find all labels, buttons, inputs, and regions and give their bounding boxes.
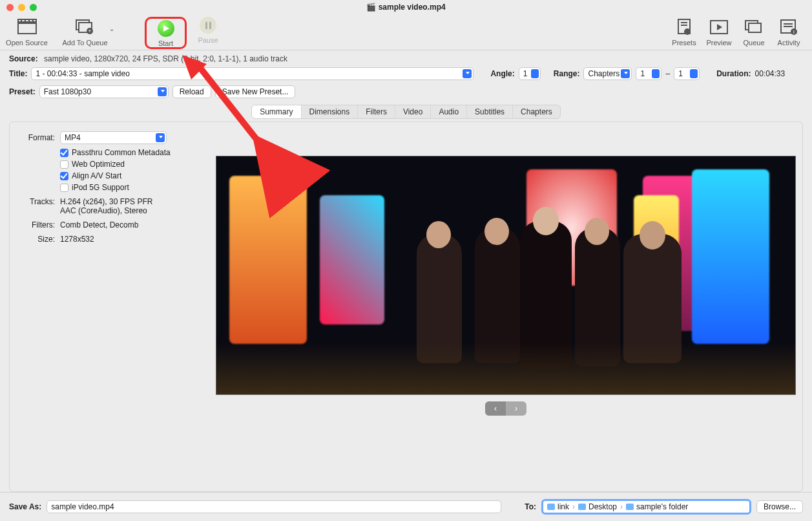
filters-label: Filters: (16, 220, 55, 229)
svg-text:i: i (793, 29, 795, 35)
bottom-bar: Save As: sample video.mp4 To: link › Des… (0, 492, 812, 521)
preview-button[interactable]: Preview (703, 17, 734, 47)
format-select[interactable]: MP4 (60, 131, 167, 144)
tab-subtitles[interactable]: Subtitles (467, 105, 513, 118)
passthru-checkbox[interactable] (60, 149, 68, 157)
open-source-button[interactable]: Open Source (3, 17, 51, 47)
activity-button[interactable]: i Activity (773, 17, 804, 47)
chevron-down-icon[interactable]: ⌄ (109, 25, 114, 32)
angle-label: Angle: (490, 69, 514, 78)
tab-chapters[interactable]: Chapters (513, 105, 560, 118)
tab-dimensions[interactable]: Dimensions (302, 105, 359, 118)
folder-icon (547, 504, 555, 510)
window-title: sample video.mp4 (379, 3, 446, 12)
web-optimized-checkbox[interactable] (60, 160, 68, 169)
tab-bar: Summary Dimensions Filters Video Audio S… (251, 105, 561, 119)
toolbar: Open Source + Add To Queue ⌄ Start Pause (0, 14, 812, 50)
folder-icon (626, 504, 634, 510)
summary-panel: Format: MP4 Passthru Common Metadata Web… (9, 122, 803, 492)
align-av-checkbox[interactable] (60, 172, 68, 180)
duration-label: Duration: (716, 69, 751, 78)
format-label: Format: (16, 133, 55, 142)
folder-icon (578, 504, 586, 510)
ipod-checkbox[interactable] (60, 184, 68, 192)
title-select[interactable]: 1 - 00:04:33 - sample video (31, 67, 474, 80)
presets-button[interactable]: Presets (669, 17, 700, 47)
preview-icon (709, 17, 729, 37)
queue-button[interactable]: Queue (738, 17, 769, 47)
title-label: Title: (9, 69, 27, 78)
start-highlight-box: Start (145, 17, 187, 49)
source-line: Source: sample video, 1280x720, 24 FPS, … (0, 50, 812, 66)
svg-point-13 (684, 28, 691, 35)
tracks-label: Tracks: (16, 197, 55, 215)
tab-audio[interactable]: Audio (431, 105, 467, 118)
titlebar: 🎬 sample video.mp4 (0, 0, 812, 14)
tracks-value-1: H.264 (x264), 30 FPS PFR (60, 197, 152, 206)
preview-next-button[interactable]: › (506, 401, 526, 416)
angle-select[interactable]: 1 (519, 67, 541, 80)
activity-icon: i (778, 17, 799, 37)
range-to-select[interactable]: 1 (674, 67, 700, 80)
preview-pager: ‹ › (485, 401, 526, 416)
tab-summary[interactable]: Summary (252, 105, 301, 118)
preset-select[interactable]: Fast 1080p30 (39, 85, 169, 98)
duration-value: 00:04:33 (755, 69, 785, 78)
svg-text:+: + (88, 28, 92, 34)
filters-value: Comb Detect, Decomb (60, 220, 138, 229)
size-value: 1278x532 (60, 235, 94, 244)
start-button[interactable]: Start (148, 20, 183, 47)
to-label: To: (525, 502, 536, 511)
document-icon: 🎬 (366, 3, 378, 12)
play-icon (158, 20, 174, 37)
range-from-select[interactable]: 1 (636, 67, 661, 80)
range-type-select[interactable]: Chapters (583, 67, 632, 80)
save-as-field[interactable]: sample video.mp4 (47, 500, 501, 513)
document-gear-icon (674, 17, 694, 37)
range-label: Range: (554, 69, 580, 78)
images-icon (744, 17, 764, 37)
size-label: Size: (16, 235, 55, 244)
tracks-value-2: AAC (CoreAudio), Stereo (60, 206, 152, 215)
svg-rect-17 (749, 23, 761, 32)
tab-filters[interactable]: Filters (358, 105, 395, 118)
pause-icon (200, 17, 216, 34)
film-icon (17, 17, 37, 37)
video-preview (216, 156, 796, 395)
tab-video[interactable]: Video (395, 105, 431, 118)
reload-button[interactable]: Reload (172, 85, 211, 98)
browse-button[interactable]: Browse... (756, 500, 803, 513)
svg-marker-15 (717, 24, 722, 30)
preset-label: Preset: (9, 87, 36, 96)
images-plus-icon: + (74, 17, 95, 37)
preview-prev-button[interactable]: ‹ (485, 401, 506, 416)
add-to-queue-button[interactable]: + Add To Queue ⌄ (57, 17, 119, 47)
save-new-preset-button[interactable]: Save New Preset... (215, 85, 296, 98)
save-as-label: Save As: (9, 502, 41, 511)
pause-button[interactable]: Pause (192, 17, 224, 44)
destination-path[interactable]: link › Desktop › sample's folder (541, 499, 751, 515)
